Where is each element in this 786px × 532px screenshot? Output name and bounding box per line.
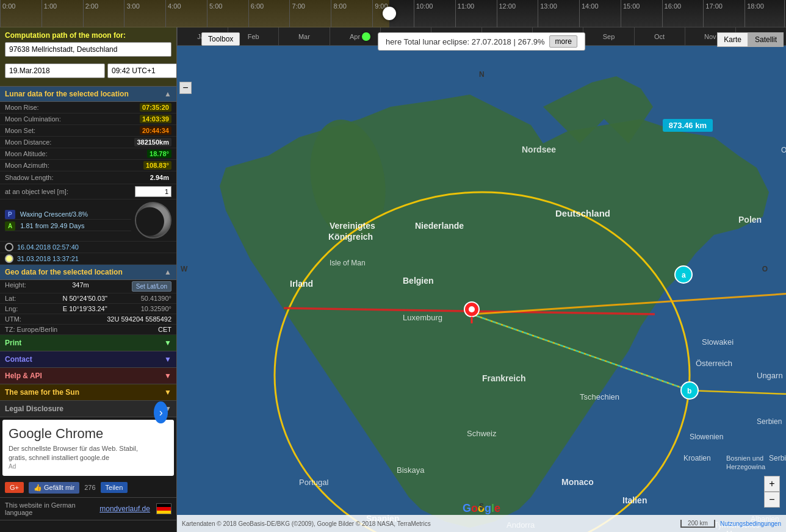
zoom-controls[interactable]: + −	[764, 476, 780, 508]
shadow-row: Shadow Length: 2.94m	[0, 171, 176, 184]
svg-text:Monaco: Monaco	[561, 477, 594, 487]
geo-section-header[interactable]: Geo data for the selected location ▲	[0, 265, 176, 280]
map-zoom-minus-top[interactable]: −	[179, 82, 192, 94]
lunar-section-header[interactable]: Lunar data for the selected location ▲	[0, 87, 176, 102]
height-value: 347m	[72, 281, 89, 292]
full-moon-icon	[5, 254, 13, 263]
moon-dist-label: Moon Distance:	[5, 138, 51, 146]
map-area[interactable]: − Toolbox here Total lunar eclipse: 27.0…	[177, 27, 786, 532]
satellit-btn[interactable]: Satellit	[748, 32, 784, 47]
sun-section[interactable]: The same for the Sun ▼	[0, 384, 176, 401]
lng-row: Lng: E 10°19'33.24'' 10.32590°	[0, 304, 176, 314]
lang-text: This website in German language	[5, 501, 93, 516]
time-input[interactable]	[107, 63, 177, 78]
zoom-out-btn[interactable]: −	[764, 492, 780, 508]
sun-header[interactable]: The same for the Sun ▼	[0, 384, 176, 400]
distance-label: 873.46 km	[663, 119, 713, 132]
computation-header: Computation path of the moon for: >|<	[0, 27, 176, 87]
svg-text:Biskaya: Biskaya	[397, 466, 425, 475]
ad-area[interactable]: Google Chrome Der schnellste Browser für…	[2, 420, 174, 476]
lat-row: Lat: N 50°24'50.03'' 50.41390°	[0, 293, 176, 304]
print-section[interactable]: Print ▼	[0, 335, 176, 351]
moon-dist-row: Moon Distance: 382150km	[0, 137, 176, 148]
svg-text:Polen: Polen	[738, 215, 762, 225]
site-link[interactable]: mondverlauf.de	[99, 505, 150, 513]
footer-terms[interactable]: Nutzungsbedingungen	[720, 520, 781, 527]
moon-culm-value: 14:03:39	[140, 115, 171, 123]
print-header[interactable]: Print ▼	[0, 335, 176, 351]
obj-level-input[interactable]	[135, 186, 171, 197]
zoom-in-btn[interactable]: +	[764, 476, 780, 492]
facebook-like-btn[interactable]: 👍 Gefällt mir	[29, 482, 79, 494]
moon-culm-label: Moon Culmination:	[5, 115, 61, 123]
utm-value: 32U 594204 5585492	[107, 315, 171, 323]
compass-north: N	[479, 70, 485, 79]
timeline-cursor[interactable]	[383, 7, 396, 20]
ad-title: Google Chrome	[9, 426, 154, 442]
timeline-track[interactable]: 0:00 1:00 2:00 3:00 4:00 5:00 6:00 7:00 …	[0, 0, 786, 27]
svg-text:Tschechien: Tschechien	[580, 392, 619, 401]
karte-btn[interactable]: Karte	[717, 32, 748, 47]
year-cursor[interactable]	[362, 32, 370, 41]
moon-rise-label: Moon Rise:	[5, 104, 39, 111]
toolbox-button[interactable]: Toolbox	[201, 32, 240, 46]
svg-text:Bosnien und: Bosnien und	[726, 455, 763, 462]
compass-south: S	[479, 502, 484, 511]
hour-10: 10:00	[414, 0, 433, 27]
hour-13: 13:00	[538, 0, 557, 27]
map-type-buttons[interactable]: Karte Satellit	[717, 32, 784, 47]
help-header[interactable]: Help & API ▼	[0, 368, 176, 384]
legal-label: Legal Disclosure	[5, 404, 63, 413]
moon-set-label: Moon Set:	[5, 127, 35, 134]
timeline-bar[interactable]: 0:00 1:00 2:00 3:00 4:00 5:00 6:00 7:00 …	[0, 0, 786, 27]
svg-text:Kroatien: Kroatien	[683, 454, 711, 462]
eclipse-text: here Total lunar eclipse: 27.07.2018 | 2…	[386, 37, 544, 46]
hour-4: 4:00	[165, 0, 181, 27]
share-btn[interactable]: Teilen	[101, 482, 128, 493]
legal-header[interactable]: Legal Disclosure ▼	[0, 401, 176, 417]
hour-0: 0:00	[0, 0, 15, 27]
hour-16: 16:00	[662, 0, 682, 27]
moon-alt-row: Moon Altitude: 18.78°	[0, 148, 176, 160]
utm-row: UTM: 32U 594204 5585492	[0, 314, 176, 325]
google-plus-btn[interactable]: G+	[5, 482, 24, 493]
hour-12: 12:00	[497, 0, 516, 27]
phase-badge: P	[5, 210, 15, 219]
legal-section[interactable]: Legal Disclosure ▼	[0, 401, 176, 417]
moon-az-value: 108.83°	[143, 161, 171, 170]
set-lat-btn[interactable]: Set Lat/Lon	[132, 281, 171, 292]
map-container[interactable]: N S O W 873.46 km	[177, 46, 786, 532]
contact-section[interactable]: Contact ▼	[0, 351, 176, 368]
map-credits: Kartendaten © 2018 GeoBasis-DE/BKG (©200…	[182, 520, 431, 527]
obj-level-row: at an object level [m]:	[0, 184, 176, 200]
more-button[interactable]: more	[550, 35, 577, 48]
svg-text:Portugal: Portugal	[299, 478, 329, 487]
svg-text:Italien: Italien	[622, 495, 647, 505]
scale-bar: 200 km	[680, 520, 715, 528]
geo-section-title: Geo data for the selected location	[5, 268, 123, 276]
svg-text:Vereinigtes: Vereinigtes	[330, 221, 375, 231]
ad-arrow-btn[interactable]: ›	[154, 401, 168, 423]
age-text: 1.81 from 29.49 Days	[20, 222, 84, 229]
phase-text: Waxing Crescent/3.8%	[20, 210, 88, 218]
print-arrow: ▼	[164, 339, 171, 347]
svg-text:Serbien: Serbien	[757, 417, 782, 426]
fb-count: 276	[84, 484, 95, 491]
help-section[interactable]: Help & API ▼	[0, 368, 176, 384]
lat-label: Lat:	[5, 295, 29, 302]
prev-full-row: 16.04.2018 02:57:40	[0, 242, 176, 253]
svg-text:Slowenien: Slowenien	[690, 433, 723, 441]
left-panel: Computation path of the moon for: >|< Lu…	[0, 27, 177, 532]
tz-label: TZ: Europe/Berlin	[5, 326, 57, 333]
lng-deg: 10.32590°	[141, 305, 171, 312]
location-input[interactable]	[5, 42, 171, 57]
moon-az-label: Moon Azimuth:	[5, 162, 49, 169]
moon-az-row: Moon Azimuth: 108.83°	[0, 160, 176, 171]
compass-west: W	[181, 265, 187, 273]
svg-text:Königreich: Königreich	[328, 232, 373, 242]
height-row: Height: 347m Set Lat/Lon	[0, 280, 176, 293]
print-label: Print	[5, 339, 21, 347]
svg-text:a: a	[682, 271, 686, 279]
contact-header[interactable]: Contact ▼	[0, 351, 176, 367]
date-input[interactable]	[5, 63, 105, 78]
